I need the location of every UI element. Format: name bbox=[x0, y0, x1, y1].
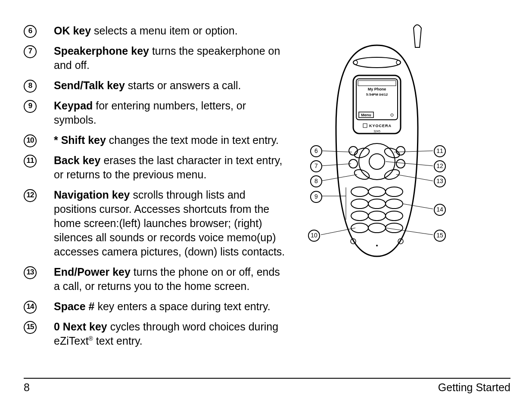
page-footer: 8 Getting Started bbox=[24, 378, 510, 394]
screen-menu: Menu bbox=[361, 113, 371, 117]
item-number: 8 bbox=[24, 78, 54, 93]
callout-13: 13 bbox=[434, 175, 446, 187]
item-description: Speakerphone key turns the speakerphone … bbox=[54, 44, 286, 72]
callout-7: 7 bbox=[310, 160, 322, 172]
callout-12: 12 bbox=[434, 160, 446, 172]
callout-8: 8 bbox=[310, 175, 322, 187]
callout-14: 14 bbox=[434, 204, 446, 216]
screen-line1: My Phone bbox=[368, 87, 386, 91]
item-number: 13 bbox=[24, 265, 54, 279]
item-number: 15 bbox=[24, 320, 54, 334]
page-number: 8 bbox=[24, 381, 30, 394]
item-description: 0 Next key cycles through word choices d… bbox=[54, 320, 286, 348]
item-description: OK key selects a menu item or option. bbox=[54, 24, 238, 38]
definition-item: 7Speakerphone key turns the speakerphone… bbox=[24, 44, 286, 72]
definition-item: 11Back key erases the last character in … bbox=[24, 153, 286, 182]
definition-item: 13End/Power key turns the phone on or of… bbox=[24, 265, 286, 293]
item-number: 14 bbox=[24, 299, 54, 314]
screen-model: 3245 bbox=[373, 130, 380, 133]
item-description: * Shift key changes the text mode in tex… bbox=[54, 133, 279, 147]
callout-10: 10 bbox=[308, 230, 320, 242]
callout-11: 11 bbox=[434, 145, 446, 157]
item-description: Send/Talk key starts or answers a call. bbox=[54, 78, 241, 93]
item-number: 12 bbox=[24, 188, 54, 202]
item-description: End/Power key turns the phone on or off,… bbox=[54, 265, 286, 293]
item-number: 11 bbox=[24, 153, 54, 168]
definition-item: 10* Shift key changes the text mode in t… bbox=[24, 133, 286, 147]
definition-item: 6OK key selects a menu item or option. bbox=[24, 24, 286, 38]
definition-item: 9Keypad for entering numbers, letters, o… bbox=[24, 99, 286, 127]
item-number: 10 bbox=[24, 133, 54, 147]
definition-item: 150 Next key cycles through word choices… bbox=[24, 320, 286, 348]
callout-15: 15 bbox=[434, 230, 446, 242]
phone-illustration: My Phone 5:54PM 04/12 Menu KYOCERA 3245 bbox=[321, 24, 433, 265]
definition-item: 8Send/Talk key starts or answers a call. bbox=[24, 78, 286, 93]
callout-6: 6 bbox=[310, 145, 322, 157]
item-description: Navigation key scrolls through lists and… bbox=[54, 188, 286, 259]
item-number: 9 bbox=[24, 99, 54, 113]
definition-item: 12Navigation key scrolls through lists a… bbox=[24, 188, 286, 259]
key-definitions-list: 6OK key selects a menu item or option.7S… bbox=[24, 24, 286, 354]
callout-9: 9 bbox=[310, 191, 322, 203]
screen-brand: KYOCERA bbox=[369, 124, 392, 128]
item-description: Space # key enters a space during text e… bbox=[54, 299, 271, 314]
svg-point-32 bbox=[376, 245, 378, 246]
phone-diagram: My Phone 5:54PM 04/12 Menu KYOCERA 3245 … bbox=[286, 24, 510, 265]
section-title: Getting Started bbox=[438, 381, 510, 394]
item-description: Keypad for entering numbers, letters, or… bbox=[54, 99, 286, 127]
item-number: 7 bbox=[24, 44, 54, 58]
definition-item: 14Space # key enters a space during text… bbox=[24, 299, 286, 314]
item-number: 6 bbox=[24, 24, 54, 38]
screen-line2: 5:54PM 04/12 bbox=[366, 93, 388, 97]
item-description: Back key erases the last character in te… bbox=[54, 153, 286, 182]
